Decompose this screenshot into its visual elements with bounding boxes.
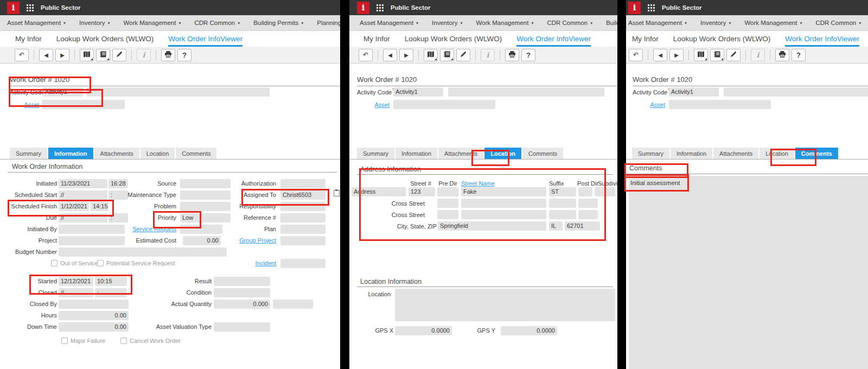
- views-menu-button[interactable]: [424, 49, 438, 61]
- post-dir-field[interactable]: [578, 187, 592, 196]
- edit-button[interactable]: [726, 49, 741, 61]
- edit-button[interactable]: [456, 49, 470, 61]
- asset-field[interactable]: [42, 100, 125, 109]
- asset-field[interactable]: [393, 100, 495, 109]
- hours-field[interactable]: 0.00: [59, 311, 129, 320]
- service-request-link[interactable]: Service Request: [125, 225, 176, 234]
- app-grid-icon[interactable]: [376, 4, 384, 11]
- menu-inventory[interactable]: Inventory: [700, 20, 731, 26]
- previous-record-button[interactable]: ◀: [39, 49, 53, 61]
- city-field[interactable]: Springfield: [438, 221, 546, 231]
- menu-cdr-common[interactable]: CDR Common: [194, 20, 240, 26]
- log-menu-button[interactable]: [710, 49, 724, 61]
- menu-inventory[interactable]: Inventory: [432, 20, 462, 26]
- reference-number-field[interactable]: [280, 213, 326, 222]
- help-button[interactable]: ?: [177, 49, 192, 61]
- result-field[interactable]: [214, 277, 270, 286]
- cancel-work-order-checkbox[interactable]: [120, 338, 127, 344]
- tab-my-infor[interactable]: My Infor: [363, 31, 390, 47]
- tab-summary[interactable]: Summary: [357, 148, 394, 159]
- authorization-field[interactable]: [280, 179, 326, 188]
- tab-comments[interactable]: Comments: [522, 148, 563, 159]
- log-menu-button[interactable]: [96, 49, 110, 61]
- print-button[interactable]: [505, 49, 519, 61]
- undo-button[interactable]: ↶: [359, 49, 373, 61]
- street-name-field[interactable]: Fake: [461, 187, 546, 196]
- pre-dir-field[interactable]: [437, 187, 458, 196]
- cross1-street-name-field[interactable]: [461, 199, 546, 208]
- group-project-link[interactable]: Group Project: [217, 236, 276, 245]
- asset-field[interactable]: [669, 100, 771, 109]
- closed-date-field[interactable]: //: [59, 288, 93, 297]
- closed-by-field[interactable]: [59, 300, 129, 309]
- activity-code-field[interactable]: Activity1: [393, 87, 443, 97]
- service-request-field[interactable]: [180, 225, 222, 234]
- closed-time-field[interactable]: :: [95, 288, 127, 297]
- menu-planning[interactable]: Planning: [317, 20, 340, 26]
- potential-service-request-checkbox[interactable]: [97, 260, 104, 266]
- activity-code-field[interactable]: Activity1: [43, 87, 83, 97]
- cross1-suffix-field[interactable]: [549, 199, 576, 208]
- incident-link[interactable]: Incident: [233, 259, 276, 268]
- cross1-post-dir-field[interactable]: [578, 199, 598, 208]
- scheduled-finish-date-field[interactable]: 1/12/2021: [59, 202, 89, 211]
- tab-lookup-work-orders[interactable]: Lookup Work Orders (WLWO): [673, 31, 771, 47]
- assigned-to-field[interactable]: Christ6503: [280, 190, 326, 200]
- menu-asset-management[interactable]: Asset Management: [7, 20, 66, 26]
- menu-cdr-common[interactable]: CDR Common: [547, 20, 592, 26]
- asset-link[interactable]: Asset: [365, 100, 390, 110]
- log-menu-button[interactable]: [440, 49, 454, 61]
- zip-field[interactable]: 62701: [565, 221, 600, 231]
- menu-asset-management[interactable]: Asset Management: [628, 20, 687, 26]
- info-button[interactable]: i: [481, 49, 495, 61]
- menu-inventory[interactable]: Inventory: [79, 20, 110, 26]
- project-field[interactable]: [59, 236, 125, 245]
- scheduled-start-date-field[interactable]: //: [59, 190, 107, 200]
- menu-building-permits[interactable]: Building Permits: [606, 20, 617, 26]
- next-record-button[interactable]: ▶: [399, 49, 413, 61]
- budget-number-field[interactable]: [59, 247, 227, 257]
- menu-work-management[interactable]: Work Management: [476, 20, 533, 26]
- tab-information[interactable]: Information: [671, 148, 712, 159]
- menu-asset-management[interactable]: Asset Management: [360, 20, 418, 26]
- group-project-field[interactable]: [280, 236, 326, 245]
- menu-work-management[interactable]: Work Management: [744, 20, 802, 26]
- info-button[interactable]: i: [751, 49, 765, 61]
- menu-building-permits[interactable]: Building Permits: [253, 20, 303, 26]
- edit-button[interactable]: [112, 49, 126, 61]
- info-button[interactable]: i: [137, 49, 151, 61]
- actual-quantity-field[interactable]: 0.000: [214, 300, 270, 309]
- asset-link[interactable]: Asset: [640, 100, 665, 110]
- print-button[interactable]: [161, 49, 175, 61]
- activity-description-field[interactable]: [724, 87, 868, 97]
- actual-quantity-uom-field[interactable]: [273, 300, 313, 309]
- tab-attachments[interactable]: Attachments: [438, 148, 483, 159]
- initiated-date-field[interactable]: 11/23/2021: [59, 179, 107, 188]
- views-menu-button[interactable]: [80, 49, 94, 61]
- tab-information[interactable]: Information: [48, 148, 93, 159]
- scheduled-finish-time-field[interactable]: 14:15: [91, 202, 108, 211]
- tab-location[interactable]: Location: [760, 148, 794, 159]
- tab-work-order-infoviewer[interactable]: Work Order InfoViewer: [168, 31, 242, 47]
- comments-textarea[interactable]: [629, 176, 868, 369]
- state-field[interactable]: IL: [549, 221, 563, 231]
- undo-button[interactable]: ↶: [15, 49, 29, 61]
- tab-my-infor[interactable]: My Infor: [632, 31, 659, 47]
- help-button[interactable]: ?: [521, 49, 535, 61]
- location-field[interactable]: [395, 289, 615, 321]
- cross2-suffix-field[interactable]: [549, 210, 576, 219]
- app-grid-icon[interactable]: [648, 4, 655, 11]
- major-failure-checkbox[interactable]: [61, 338, 68, 344]
- down-time-field[interactable]: 0.00: [59, 322, 129, 332]
- gps-x-field[interactable]: 0.0000: [395, 326, 452, 335]
- views-menu-button[interactable]: [694, 49, 708, 61]
- help-button[interactable]: ?: [792, 49, 806, 61]
- initiated-by-field[interactable]: [59, 225, 125, 234]
- gps-y-field[interactable]: 0.0000: [501, 326, 557, 335]
- activity-description-field[interactable]: [448, 87, 604, 97]
- condition-field[interactable]: [214, 288, 270, 297]
- menu-work-management[interactable]: Work Management: [123, 20, 181, 26]
- cross1-pre-dir-field[interactable]: [437, 199, 458, 208]
- started-date-field[interactable]: 12/12/2021: [59, 277, 93, 286]
- out-of-service-checkbox[interactable]: [51, 260, 58, 266]
